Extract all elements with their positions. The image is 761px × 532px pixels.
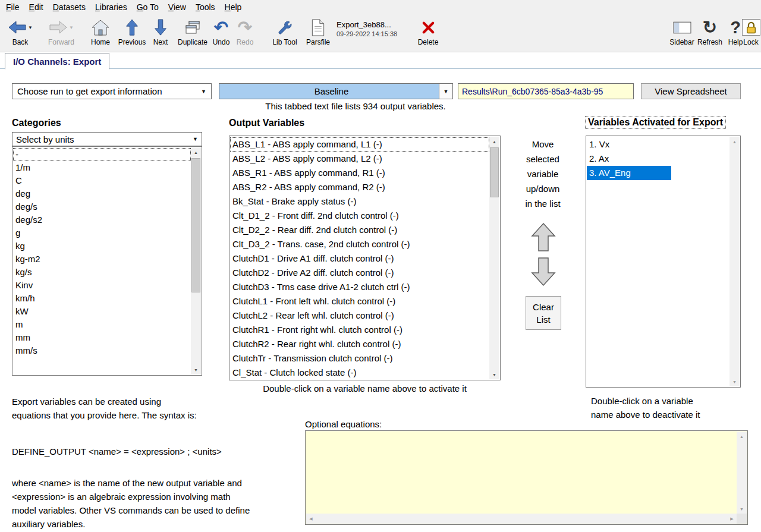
category-item[interactable]: Kinv	[13, 279, 191, 292]
category-item[interactable]: deg/s2	[13, 213, 191, 226]
equations-textarea[interactable]: ▲ ▼ ◀ ▶	[305, 430, 748, 525]
undo-button[interactable]: ↶ Undo	[208, 17, 234, 46]
next-label: Next	[147, 38, 174, 46]
dataset-selector-value: Baseline	[224, 86, 439, 96]
category-item[interactable]: kW	[13, 305, 191, 318]
output-variable-item[interactable]: ClutchD3 - Trns case drive A1-2 clutch c…	[230, 280, 489, 294]
equations-value[interactable]	[306, 432, 737, 514]
menu-help[interactable]: Help	[220, 1, 247, 14]
category-item[interactable]: kg/s	[13, 266, 191, 279]
category-item[interactable]: kg-m2	[13, 253, 191, 266]
units-selector-dropdown[interactable]: Select by units ▼	[12, 132, 202, 146]
dataset-selector-dropdown[interactable]: Baseline ▼	[219, 83, 453, 99]
categories-listbox[interactable]: -1/mCdegdeg/sdeg/s2gkgkg-m2kg/sKinvkm/hk…	[12, 146, 202, 376]
run-selector-value: Choose run to get export information	[17, 86, 201, 96]
output-variable-item[interactable]: Clt_D2_2 - Rear diff. 2nd clutch control…	[230, 223, 489, 237]
dropdown-caret-icon[interactable]: ▼	[439, 84, 452, 99]
activated-variable-item[interactable]: 1. Vx	[587, 137, 729, 152]
category-item[interactable]: -	[13, 148, 191, 161]
output-variable-item[interactable]: ClutchL1 - Front left whl. clutch contro…	[230, 294, 489, 309]
scroll-down-button[interactable]: ▼	[729, 377, 740, 386]
clear-list-button[interactable]: Clear List	[526, 296, 561, 330]
scroll-thumb[interactable]	[191, 158, 200, 292]
scroll-up-button[interactable]: ▲	[729, 137, 740, 146]
scroll-down-button[interactable]: ▼	[737, 504, 747, 514]
output-variable-item[interactable]: Bk_Stat - Brake apply status (-)	[230, 194, 489, 209]
category-item[interactable]: deg	[13, 187, 191, 200]
delete-button[interactable]: Delete	[411, 17, 445, 46]
previous-button[interactable]: Previous	[115, 17, 149, 46]
category-item[interactable]: kg	[13, 240, 191, 253]
menu-tools[interactable]: Tools	[191, 1, 220, 14]
move-down-arrow[interactable]	[531, 257, 556, 287]
output-variable-item[interactable]: ABS_R2 - ABS apply command, R2 (-)	[230, 180, 489, 194]
scroll-down-button[interactable]: ▼	[489, 370, 499, 379]
duplicate-button[interactable]: Duplicate	[175, 17, 210, 46]
menu-file[interactable]: File	[1, 1, 24, 14]
activated-variables-scrollbar[interactable]: ▲ ▼	[729, 137, 740, 386]
menu-view[interactable]: View	[163, 1, 191, 14]
refresh-icon: ↻	[703, 18, 717, 36]
sidebar-button[interactable]: Sidebar	[665, 17, 699, 46]
scroll-up-button[interactable]: ▲	[737, 432, 747, 441]
menu-datasets[interactable]: Datasets	[48, 1, 90, 14]
scroll-up-button[interactable]: ▲	[191, 147, 201, 157]
back-dropdown-caret-icon[interactable]: ▼	[28, 25, 33, 30]
scroll-right-button[interactable]: ▶	[727, 514, 737, 524]
output-variables-listbox[interactable]: ABS_L1 - ABS apply command, L1 (-)ABS_L2…	[229, 136, 501, 380]
lib-tool-button[interactable]: Lib Tool	[268, 17, 302, 46]
output-variables-title: Output Variables	[229, 118, 304, 128]
category-item[interactable]: m	[13, 318, 191, 331]
category-item[interactable]: mm	[13, 331, 191, 344]
output-variable-item[interactable]: ABS_L1 - ABS apply command, L1 (-)	[230, 137, 489, 152]
back-button[interactable]: ▼ Back	[2, 17, 38, 46]
menu-go-to[interactable]: Go To	[132, 1, 163, 14]
categories-scrollbar[interactable]: ▲ ▼	[191, 147, 201, 374]
scroll-thumb[interactable]	[490, 147, 499, 197]
output-variable-item[interactable]: ClutchR1 - Front right whl. clutch contr…	[230, 323, 489, 337]
home-button[interactable]: Home	[87, 17, 114, 46]
equations-vertical-scrollbar[interactable]: ▲ ▼	[737, 432, 747, 514]
scroll-left-button[interactable]: ◀	[306, 514, 316, 524]
output-variables-scrollbar[interactable]: ▲ ▼	[489, 137, 499, 379]
menu-edit[interactable]: Edit	[24, 1, 48, 14]
menu-libraries[interactable]: Libraries	[90, 1, 132, 14]
results-path-field[interactable]: Results\Run_6cb07365-85a3-4a3b-95	[458, 83, 634, 99]
run-selector-dropdown[interactable]: Choose run to get export information ▼	[12, 83, 212, 99]
equations-horizontal-scrollbar[interactable]: ◀ ▶	[306, 514, 737, 524]
output-variable-item[interactable]: Clt_D3_2 - Trans. case, 2nd clutch contr…	[230, 237, 489, 251]
parsfile-button[interactable]: Parsfile	[302, 17, 334, 46]
tab-io-channels-export[interactable]: I/O Channels: Export	[5, 53, 109, 70]
move-instruction-text: Move selected variable up/down in the li…	[516, 137, 570, 211]
output-variable-item[interactable]: ClutchD2 - Drive A2 diff. clutch control…	[230, 266, 489, 280]
output-variable-item[interactable]: ClutchL2 - Rear left whl. clutch control…	[230, 309, 489, 323]
dropdown-caret-icon: ▼	[193, 136, 198, 142]
output-variable-item[interactable]: ClutchTr - Transmission clutch control (…	[230, 351, 489, 366]
category-item[interactable]: mm/s	[13, 344, 191, 357]
deactivate-hint-text: Double-click on a variable name above to…	[591, 394, 700, 421]
lock-button[interactable]: Lock	[741, 17, 761, 46]
scroll-up-button[interactable]: ▲	[489, 137, 499, 146]
output-variable-item[interactable]: ClutchD1 - Drive A1 diff. clutch control…	[230, 251, 489, 266]
output-variable-item[interactable]: Cl_Stat - Clutch locked state (-)	[230, 366, 489, 379]
scroll-down-button[interactable]: ▼	[191, 365, 201, 374]
refresh-button[interactable]: ↻ Refresh	[696, 17, 724, 46]
activated-variables-listbox[interactable]: 1. Vx2. Ax3. AV_Eng ▲ ▼	[586, 136, 741, 388]
activated-variable-item[interactable]: 2. Ax	[587, 152, 729, 166]
category-item[interactable]: g	[13, 226, 191, 240]
view-spreadsheet-button[interactable]: View Spreadsheet	[641, 83, 741, 99]
category-item[interactable]: km/h	[13, 292, 191, 305]
category-item[interactable]: 1/m	[13, 161, 191, 174]
output-variable-item[interactable]: ABS_L2 - ABS apply command, L2 (-)	[230, 152, 489, 166]
activated-variable-item[interactable]: 3. AV_Eng	[587, 166, 671, 180]
next-button[interactable]: Next	[147, 17, 174, 46]
output-variable-item[interactable]: ClutchR2 - Rear right whl. clutch contro…	[230, 337, 489, 351]
output-variable-item[interactable]: Clt_D1_2 - Front diff. 2nd clutch contro…	[230, 209, 489, 223]
move-up-arrow[interactable]	[531, 222, 556, 252]
optional-equations-label: Optional equations:	[305, 419, 382, 429]
category-item[interactable]: deg/s	[13, 200, 191, 213]
output-variable-item[interactable]: ABS_R1 - ABS apply command, R1 (-)	[230, 166, 489, 180]
dataset-file-name: Export_3eb88...	[337, 20, 397, 29]
category-item[interactable]: C	[13, 174, 191, 187]
lib-tool-label: Lib Tool	[268, 38, 302, 46]
